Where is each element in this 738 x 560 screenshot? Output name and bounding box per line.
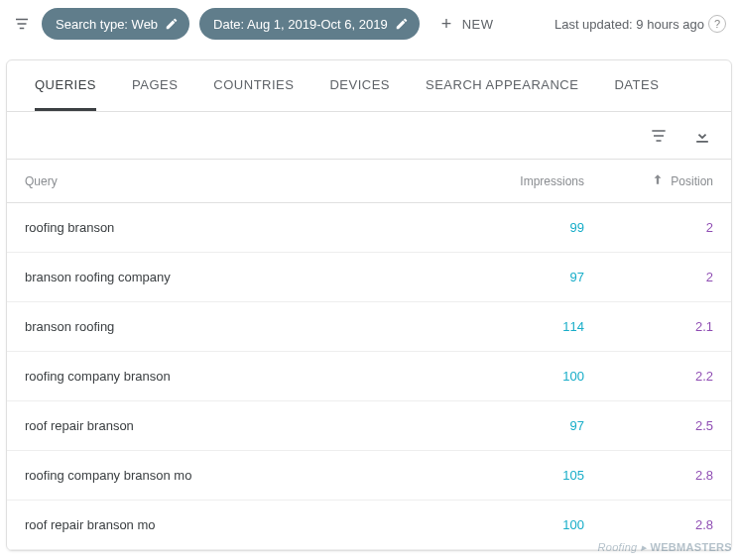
table-toolbar [7, 112, 731, 160]
tab-queries[interactable]: QUERIES [35, 60, 96, 111]
cell-query: roof repair branson mo [25, 517, 455, 532]
performance-card: QUERIESPAGESCOUNTRIESDEVICESSEARCH APPEA… [6, 59, 732, 551]
add-filter-button[interactable]: + NEW [437, 9, 498, 39]
header-query[interactable]: Query [25, 174, 455, 188]
table-header: Query Impressions Position [7, 160, 731, 203]
cell-query: roof repair branson [25, 418, 455, 433]
cell-impressions: 99 [455, 220, 584, 235]
cell-position: 2 [584, 270, 713, 284]
cell-position: 2.5 [584, 418, 713, 433]
filter-table-icon[interactable] [648, 125, 670, 147]
cell-impressions: 97 [455, 418, 584, 433]
table-body: roofing branson992branson roofing compan… [7, 203, 731, 550]
cell-position: 2 [584, 220, 713, 235]
cell-query: roofing company branson [25, 369, 455, 384]
cell-impressions: 114 [455, 319, 584, 334]
cell-impressions: 97 [455, 270, 584, 284]
header-impressions[interactable]: Impressions [455, 174, 584, 188]
table-row[interactable]: branson roofing1142.1 [7, 302, 731, 352]
date-range-label: Date: Aug 1, 2019-Oct 6, 2019 [213, 17, 388, 32]
edit-icon [164, 16, 180, 32]
tab-search-appearance[interactable]: SEARCH APPEARANCE [426, 60, 578, 111]
add-filter-label: NEW [462, 17, 494, 32]
cell-query: roofing company branson mo [25, 468, 455, 483]
edit-icon [394, 16, 410, 32]
table-row[interactable]: roof repair branson mo1002.8 [7, 501, 731, 550]
cell-position: 2.1 [584, 319, 713, 334]
search-type-label: Search type: Web [56, 17, 158, 32]
header-position[interactable]: Position [584, 172, 713, 189]
table-row[interactable]: roofing company branson1002.2 [7, 352, 731, 401]
filter-icon[interactable] [12, 14, 32, 34]
tab-countries[interactable]: COUNTRIES [213, 60, 294, 111]
cell-position: 2.8 [584, 517, 713, 532]
cell-query: branson roofing company [25, 270, 455, 284]
tabs-row: QUERIESPAGESCOUNTRIESDEVICESSEARCH APPEA… [7, 60, 731, 112]
tab-dates[interactable]: DATES [614, 60, 659, 111]
filter-bar: Search type: Web Date: Aug 1, 2019-Oct 6… [0, 0, 738, 48]
tab-pages[interactable]: PAGES [132, 60, 178, 111]
cell-query: roofing branson [25, 220, 455, 235]
search-type-chip[interactable]: Search type: Web [42, 8, 189, 40]
cell-query: branson roofing [25, 319, 455, 334]
table-row[interactable]: roofing company branson mo1052.8 [7, 451, 731, 501]
date-range-chip[interactable]: Date: Aug 1, 2019-Oct 6, 2019 [199, 8, 420, 40]
tab-devices[interactable]: DEVICES [329, 60, 390, 111]
table-row[interactable]: roofing branson992 [7, 203, 731, 253]
sort-asc-icon [651, 172, 665, 189]
help-icon[interactable]: ? [708, 15, 726, 33]
cell-impressions: 100 [455, 517, 584, 532]
plus-icon: + [441, 15, 452, 33]
download-icon[interactable] [691, 125, 713, 147]
cell-position: 2.2 [584, 369, 713, 384]
cell-position: 2.8 [584, 468, 713, 483]
cell-impressions: 100 [455, 369, 584, 384]
table-row[interactable]: branson roofing company972 [7, 253, 731, 302]
last-updated-text: Last updated: 9 hours ago ? [554, 15, 726, 33]
table-row[interactable]: roof repair branson972.5 [7, 401, 731, 451]
cell-impressions: 105 [455, 468, 584, 483]
